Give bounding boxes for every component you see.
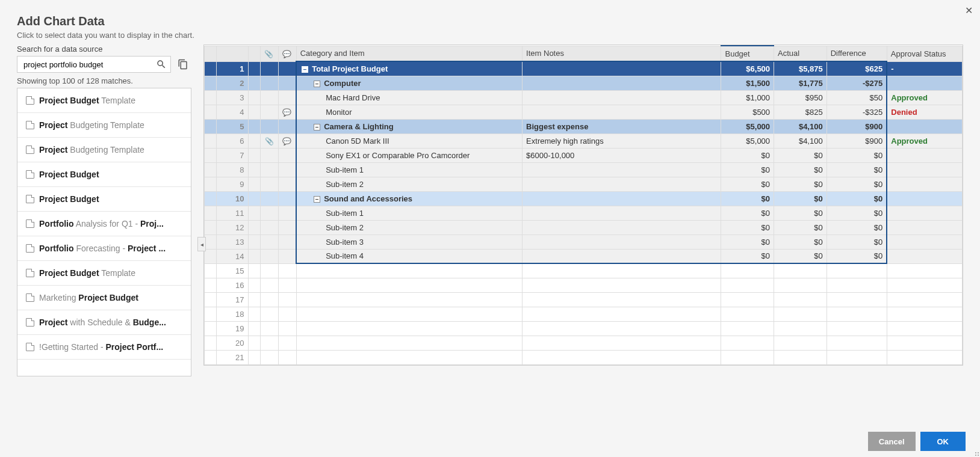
cell-actual[interactable] <box>774 321 827 336</box>
cell-comment[interactable] <box>278 162 296 177</box>
result-item[interactable]: Project Budget <box>17 187 191 212</box>
cell-budget[interactable]: $0 <box>721 220 774 235</box>
table-row[interactable]: 3Mac Hard Drive$1,000$950$50Approved <box>205 90 963 105</box>
row-number[interactable]: 15 <box>217 263 249 278</box>
cell-difference[interactable]: $0 <box>826 220 887 235</box>
cell-notes[interactable] <box>523 307 721 321</box>
column-header-difference[interactable]: Difference <box>826 46 887 61</box>
cell-attachment[interactable] <box>260 336 278 350</box>
cell-approval[interactable] <box>887 220 962 235</box>
collapse-toggle-icon[interactable]: − <box>314 196 320 203</box>
cell-category[interactable]: Sub-item 4 <box>296 249 522 263</box>
cell-actual[interactable] <box>774 307 827 321</box>
cell-attachment[interactable] <box>260 61 278 76</box>
column-header-attachment[interactable]: 📎 <box>260 46 278 61</box>
cell-budget[interactable] <box>721 321 774 336</box>
cell-budget[interactable] <box>721 292 774 307</box>
cell-approval[interactable]: Approved <box>887 133 962 148</box>
row-number[interactable]: 5 <box>217 119 249 133</box>
collapse-toggle-icon[interactable]: − <box>314 81 320 87</box>
cell-actual[interactable]: $4,100 <box>774 133 827 148</box>
cell-notes[interactable] <box>523 249 721 263</box>
cell-attachment[interactable] <box>260 90 278 105</box>
cell-actual[interactable] <box>774 278 827 292</box>
row-number[interactable]: 20 <box>217 336 249 350</box>
cell-category[interactable] <box>296 278 522 292</box>
cell-budget[interactable]: $5,000 <box>721 133 774 148</box>
cell-approval[interactable] <box>887 336 962 350</box>
cell-category[interactable] <box>296 350 522 364</box>
cell-comment[interactable] <box>278 119 296 133</box>
column-header-budget[interactable]: Budget <box>721 46 774 61</box>
cell-attachment[interactable] <box>260 148 278 162</box>
cell-notes[interactable] <box>523 321 721 336</box>
cell-actual[interactable]: $4,100 <box>774 119 827 133</box>
cell-notes[interactable] <box>523 162 721 177</box>
cell-comment[interactable] <box>278 220 296 235</box>
cell-notes[interactable] <box>523 350 721 364</box>
cell-difference[interactable]: -$275 <box>826 76 887 90</box>
cell-notes[interactable] <box>523 76 721 90</box>
cell-comment[interactable] <box>278 191 296 206</box>
cell-attachment[interactable] <box>260 235 278 249</box>
cell-attachment[interactable] <box>260 220 278 235</box>
resize-handle[interactable] <box>968 445 978 455</box>
cell-attachment[interactable] <box>260 177 278 191</box>
cell-attachment[interactable] <box>260 263 278 278</box>
cell-actual[interactable]: $0 <box>774 220 827 235</box>
cell-category[interactable] <box>296 336 522 350</box>
column-header-category[interactable]: Category and Item <box>296 46 522 61</box>
cell-actual[interactable] <box>774 336 827 350</box>
cell-actual[interactable] <box>774 263 827 278</box>
cell-actual[interactable]: $0 <box>774 206 827 220</box>
cell-attachment[interactable] <box>260 321 278 336</box>
cell-approval[interactable] <box>887 350 962 364</box>
cell-comment[interactable] <box>278 177 296 191</box>
cell-actual[interactable] <box>774 292 827 307</box>
table-row[interactable]: 1−Total Project Budget$6,500$5,875$625- <box>205 61 963 76</box>
result-item[interactable]: Project Budget Template <box>17 88 191 113</box>
cell-actual[interactable]: $825 <box>774 105 827 119</box>
cell-actual[interactable]: $950 <box>774 90 827 105</box>
cell-approval[interactable] <box>887 263 962 278</box>
cell-notes[interactable] <box>523 336 721 350</box>
row-number[interactable]: 16 <box>217 278 249 292</box>
cell-difference[interactable]: $0 <box>826 249 887 263</box>
cell-category[interactable] <box>296 263 522 278</box>
cell-actual[interactable] <box>774 350 827 364</box>
cell-attachment[interactable] <box>260 76 278 90</box>
cell-difference[interactable]: $0 <box>826 177 887 191</box>
row-number[interactable]: 14 <box>217 249 249 263</box>
cell-difference[interactable] <box>826 263 887 278</box>
cell-difference[interactable]: $50 <box>826 90 887 105</box>
result-list[interactable]: Project Budget TemplateProject Budgeting… <box>17 88 191 376</box>
row-number[interactable]: 12 <box>217 220 249 235</box>
cell-comment[interactable] <box>278 278 296 292</box>
row-number[interactable]: 11 <box>217 206 249 220</box>
cell-category[interactable]: Sony EX1 or Comparable Pro Camcorder <box>296 148 522 162</box>
cell-attachment[interactable] <box>260 307 278 321</box>
cell-budget[interactable] <box>721 336 774 350</box>
cell-approval[interactable] <box>887 307 962 321</box>
table-row[interactable]: 21 <box>205 350 963 364</box>
result-item[interactable]: Project Budgeting Template <box>17 113 191 138</box>
cell-category[interactable]: Sub-item 2 <box>296 220 522 235</box>
cell-budget[interactable] <box>721 350 774 364</box>
row-number[interactable]: 2 <box>217 76 249 90</box>
result-item[interactable]: Project Budget Template <box>17 261 191 286</box>
select-all-corner[interactable] <box>205 46 217 61</box>
cell-comment[interactable] <box>278 350 296 364</box>
column-header-comment[interactable]: 💬 <box>278 46 296 61</box>
cell-attachment[interactable] <box>260 119 278 133</box>
cell-budget[interactable]: $0 <box>721 249 774 263</box>
cell-attachment[interactable] <box>260 206 278 220</box>
column-header-actual[interactable]: Actual <box>774 46 827 61</box>
cell-actual[interactable]: $0 <box>774 191 827 206</box>
cell-difference[interactable] <box>826 321 887 336</box>
cell-comment[interactable] <box>278 90 296 105</box>
result-item[interactable]: Marketing Project Budget <box>17 286 191 310</box>
result-item[interactable]: !Getting Started - Project Portf... <box>17 335 191 360</box>
row-number[interactable]: 8 <box>217 162 249 177</box>
cell-comment[interactable] <box>278 292 296 307</box>
cell-approval[interactable] <box>887 235 962 249</box>
